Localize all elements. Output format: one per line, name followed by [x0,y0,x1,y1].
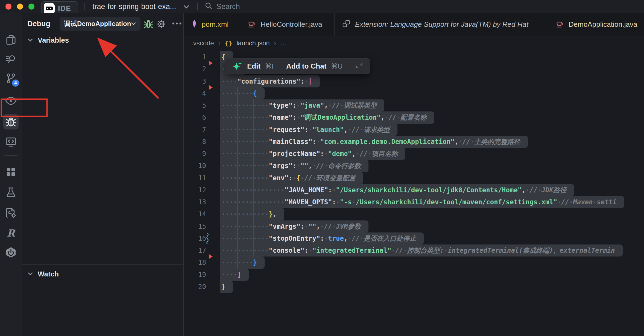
line-number[interactable]: 15 [184,220,206,232]
activity-item-ai-preview-icon[interactable] [3,93,19,108]
ai-inline-toolbar: Edit ⌘I Add to Chat ⌘U [225,58,370,74]
line-number[interactable]: 17 [184,244,206,257]
code-line-12[interactable]: 12················"JAVA_HOME":·"/Users/s… [184,184,644,196]
activity-item-explorer-icon[interactable] [3,32,19,48]
highlighted-code: ····] [220,269,249,281]
code-line-17[interactable]: 17············"console":·"integratedTerm… [184,244,644,257]
activity-item-search-icon[interactable] [3,51,19,67]
java-icon [247,19,256,29]
chevron-down-icon [28,272,33,276]
sparkle-icon [232,61,243,72]
search-placeholder: Search [216,2,240,11]
line-number[interactable]: 4 [184,87,206,99]
global-search-input[interactable]: Search [204,0,240,13]
ide-window: IDE trae-for-spring-boot-exa... Search 4… [0,0,644,336]
line-number[interactable]: 7 [184,124,206,136]
line-number[interactable]: 9 [184,148,206,160]
project-name: trae-for-spring-boot-exa... [92,2,176,11]
activity-item-r-logo-icon[interactable]: R [3,226,19,241]
code-line-10[interactable]: 10············"args":·"",·//·命令行参数 [184,160,644,172]
code-line-7[interactable]: 7············"request":·"launch",·//·请求类… [184,124,644,136]
code-line-19[interactable]: 19····] [184,269,644,281]
line-number[interactable]: 5 [184,99,206,111]
maximize-window-button[interactable] [28,4,34,10]
debug-settings-button[interactable] [156,19,166,30]
tab-pom-xml[interactable]: pom.xml [184,13,240,36]
ai-edit-shortcut: ⌘I [265,62,274,70]
code-line-4[interactable]: 4········{ [184,87,644,99]
svg-text:R: R [7,227,16,239]
activity-item-spring-boot-icon[interactable] [3,245,19,260]
activity-item-code-file-settings-icon[interactable] [3,205,19,220]
more-actions-button[interactable] [172,21,183,26]
line-number[interactable]: 8 [184,136,206,148]
activity-item-debug-icon[interactable] [3,114,19,129]
code-line-8[interactable]: 8············"mainClass":·"com.example.d… [184,136,644,148]
tab-hellocontroller-java[interactable]: HelloController.java [240,13,334,36]
line-number[interactable]: 14 [184,208,206,220]
ai-chat-shortcut: ⌘U [331,62,343,70]
line-number[interactable]: 11 [184,172,206,184]
java-icon [555,19,564,29]
code-line-3[interactable]: 3····"configurations":·[ [184,75,644,87]
line-number[interactable]: 16 [184,232,206,244]
breadcrumb-symbol: ... [281,39,286,47]
code-line-16[interactable]: 16············"stopOnEntry":·true,·//·是否… [184,232,644,244]
close-window-button[interactable] [5,4,11,10]
line-number[interactable]: 13 [184,196,206,208]
code-line-11[interactable]: 11············"env":·{·//·环境变量配置 [184,172,644,184]
chevron-down-icon [28,39,33,42]
project-switcher[interactable]: trae-for-spring-boot-exa... [92,0,190,13]
debug-config-name: 调试DemoApplication [64,19,131,28]
line-number[interactable]: 19 [184,269,206,281]
breadcrumb-folder: .vscode [191,39,214,47]
line-number[interactable]: 2 [184,63,206,75]
line-number[interactable]: 1 [184,51,206,63]
line-number[interactable]: 12 [184,184,206,196]
highlighted-code: ············"projectName":·"demo",·//·项目… [220,148,405,160]
activity-item-source-control-icon[interactable]: 4 [3,71,19,86]
collapse-corner-icon[interactable] [355,63,363,69]
section-divider [22,264,183,265]
code-line-14[interactable]: 14············}, [184,208,644,220]
highlighted-code: ················"JAVA_HOME":·"/Users/sha… [220,184,574,196]
line-number[interactable]: 18 [184,257,206,269]
debug-sidebar: Debug 调试DemoApplication [22,13,184,336]
code-line-13[interactable]: 13················"MAVEN_OPTS":·"-s·/Use… [184,196,644,208]
variables-section-header[interactable]: Variables [22,33,183,47]
highlighted-code: ············}, [220,208,284,220]
code-line-15[interactable]: 15············"vmArgs":·"",·//·JVM参数 [184,220,644,232]
activity-item-test-icon[interactable] [3,185,19,200]
code-line-9[interactable]: 9············"projectName":·"demo",·//·项… [184,148,644,160]
tab-extension-language-support-for-java-tm-b[interactable]: Extension: Language Support for Java(TM)… [334,13,547,36]
gutter-red-marker [209,85,213,90]
line-number[interactable]: 20 [184,281,206,293]
titlebar-divider [197,3,198,10]
line-number[interactable]: 10 [184,160,206,172]
highlighted-code: } [220,281,233,293]
highlighted-code: ············"vmArgs":·"",·//·JVM参数 [220,220,368,232]
start-debug-button[interactable] [144,19,153,30]
title-bar: IDE trae-for-spring-boot-exa... Search [0,0,644,13]
ellipsis-icon [172,22,183,25]
code-line-5[interactable]: 5············"type":·"java",·//·调试器类型 [184,99,644,111]
tab-bar: pom.xmlHelloController.javaExtension: La… [184,13,644,36]
watch-section-header[interactable]: Watch [22,267,183,281]
tab-label: HelloController.java [260,20,322,29]
code-line-6[interactable]: 6············"name":·"调试DemoApplication"… [184,111,644,123]
activity-item-extensions-icon[interactable] [3,164,19,179]
maven-icon [191,19,197,29]
activity-item-remote-terminal-icon[interactable] [3,134,19,149]
json-file-icon: {} [225,40,232,47]
line-number[interactable]: 6 [184,111,206,123]
debug-config-dropdown[interactable]: 调试DemoApplication [60,17,140,31]
minimize-window-button[interactable] [17,4,23,10]
breadcrumb[interactable]: .vscode › {} launch.json › ... [191,39,286,47]
highlighted-code: ············"request":·"launch",·//·请求类型 [220,124,397,136]
code-line-20[interactable]: 20} [184,281,644,293]
ai-add-to-chat-button[interactable]: Add to Chat [286,62,326,70]
code-line-18[interactable]: 18········} [184,257,644,269]
line-number[interactable]: 3 [184,75,206,87]
ai-edit-button[interactable]: Edit [247,62,260,70]
tab-demoapplication-java[interactable]: DemoApplication.java [548,13,644,36]
